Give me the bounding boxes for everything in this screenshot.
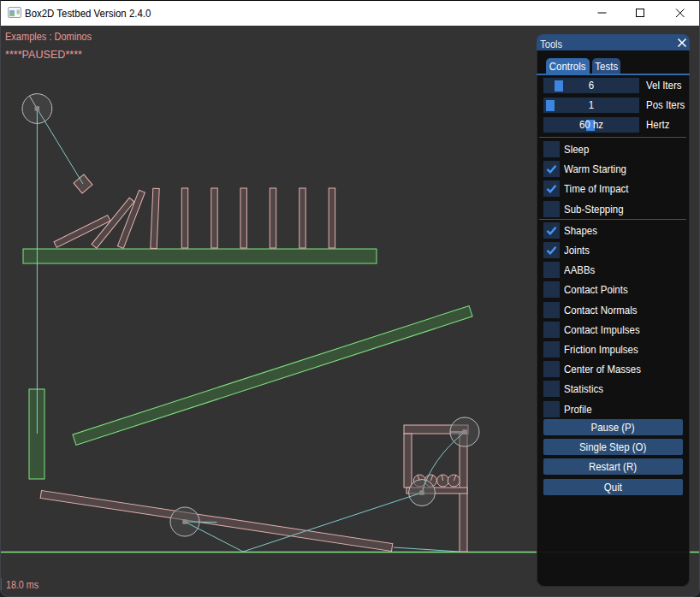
svg-text:****PAUSED****: ****PAUSED**** — [5, 48, 82, 61]
svg-text:18.0 ms: 18.0 ms — [6, 578, 39, 591]
svg-text:Examples : Dominos: Examples : Dominos — [5, 30, 92, 43]
